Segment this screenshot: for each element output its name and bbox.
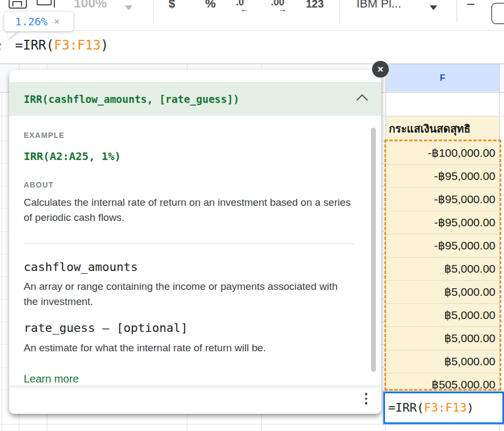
- toolbar: 100% $ % .0 ← .00 → 123 IBM Pl... −: [0, 0, 504, 31]
- close-icon[interactable]: ✕: [372, 61, 389, 78]
- cell-f12[interactable]: ฿5,000.00: [386, 350, 499, 373]
- format-currency-button[interactable]: $: [169, 0, 175, 11]
- preview-value: 1.26%: [15, 15, 47, 28]
- function-signature: IRR(cashflow_amounts, [rate_guess]): [24, 93, 239, 105]
- cell-f8[interactable]: ฿5,000.00: [386, 257, 499, 280]
- format-percent-button[interactable]: %: [205, 0, 216, 11]
- popup-footer: [9, 388, 381, 414]
- cell-formula-range: F3:F13: [424, 401, 466, 414]
- more-formats-button[interactable]: 123: [306, 0, 324, 10]
- gridline: [0, 424, 504, 425]
- example-code: IRR(A2:A25, 1%): [24, 150, 121, 163]
- font-size-input[interactable]: [491, 3, 504, 24]
- param-name-cashflow-amounts: cashflow_amounts: [24, 260, 138, 274]
- cell-formula-prefix: =IRR(: [388, 401, 424, 414]
- learn-more-link[interactable]: Learn more: [24, 373, 79, 385]
- formula-input[interactable]: =IRR(F3:F13): [15, 38, 108, 53]
- column-header-f[interactable]: F: [386, 64, 499, 92]
- cell-formula-suffix: ): [467, 401, 474, 414]
- spreadsheet-app: 100% $ % .0 ← .00 → 123 IBM Pl... − 1.26…: [0, 0, 504, 431]
- cell-f7[interactable]: -฿95,000.00: [386, 234, 499, 257]
- print-icon[interactable]: [9, 0, 27, 9]
- cell-f5[interactable]: -฿95,000.00: [386, 187, 499, 211]
- function-help-header[interactable]: IRR(cashflow_amounts, [rate_guess]): [9, 82, 381, 116]
- toolbar-divider: [339, 0, 340, 23]
- cell-f10[interactable]: ฿5,000.00: [386, 303, 499, 326]
- about-label: ABOUT: [24, 180, 54, 189]
- zoom-dropdown-caret-icon[interactable]: [125, 5, 132, 10]
- paint-format-icon[interactable]: [37, 0, 52, 5]
- formula-prefix: =IRR(: [15, 38, 54, 53]
- cell-f4[interactable]: -฿95,000.00: [386, 164, 499, 187]
- zoom-select[interactable]: 100%: [74, 0, 107, 11]
- popup-divider: [24, 244, 355, 244]
- formula-suffix: ): [101, 38, 108, 53]
- toolbar-divider: [457, 0, 457, 23]
- cell-f11[interactable]: ฿5,000.00: [386, 326, 499, 350]
- toolbar-divider: [153, 0, 154, 23]
- more-options-icon[interactable]: [365, 393, 368, 405]
- cell-f6[interactable]: -฿95,000.00: [386, 211, 499, 234]
- cell-f3[interactable]: -฿100,000.00: [386, 141, 499, 164]
- fx-icon: fx: [0, 38, 1, 53]
- preview-bubble-tail: [8, 30, 19, 39]
- f-column-data: กระแสเงินสดสุทธิ -฿100,000.00 -฿95,000.0…: [386, 116, 499, 396]
- column-title-cell[interactable]: กระแสเงินสดสุทธิ: [386, 116, 499, 141]
- decrease-font-size-button[interactable]: −: [466, 0, 475, 13]
- param-name-rate-guess: rate_guess – [optional]: [24, 321, 188, 335]
- gridline: [499, 64, 500, 431]
- font-family-select[interactable]: IBM Pl...: [356, 0, 401, 11]
- font-dropdown-caret-icon[interactable]: [430, 5, 437, 10]
- preview-close-icon[interactable]: ×: [54, 16, 60, 27]
- formula-bar[interactable]: fx =IRR(F3:F13): [0, 31, 504, 64]
- gridline: [2, 92, 2, 431]
- about-text: Calculates the internal rate of return o…: [24, 195, 352, 225]
- arrow-left-icon: ←: [240, 4, 249, 14]
- popup-scrollbar[interactable]: [371, 128, 376, 372]
- function-help-popup: IRR(cashflow_amounts, [rate_guess]) EXAM…: [9, 70, 381, 414]
- cell-f9[interactable]: ฿5,000.00: [386, 280, 499, 303]
- example-label: EXAMPLE: [24, 131, 65, 140]
- param-desc-rate-guess: An estimate for what the internal rate o…: [24, 340, 352, 356]
- arrow-right-icon: →: [278, 4, 287, 14]
- formula-result-preview: 1.26% ×: [4, 12, 73, 31]
- param-desc-cashflow-amounts: An array or range containing the income …: [24, 279, 352, 309]
- active-cell-f14[interactable]: =IRR(F3:F13): [383, 392, 504, 424]
- formula-range-ref: F3:F13: [54, 38, 101, 53]
